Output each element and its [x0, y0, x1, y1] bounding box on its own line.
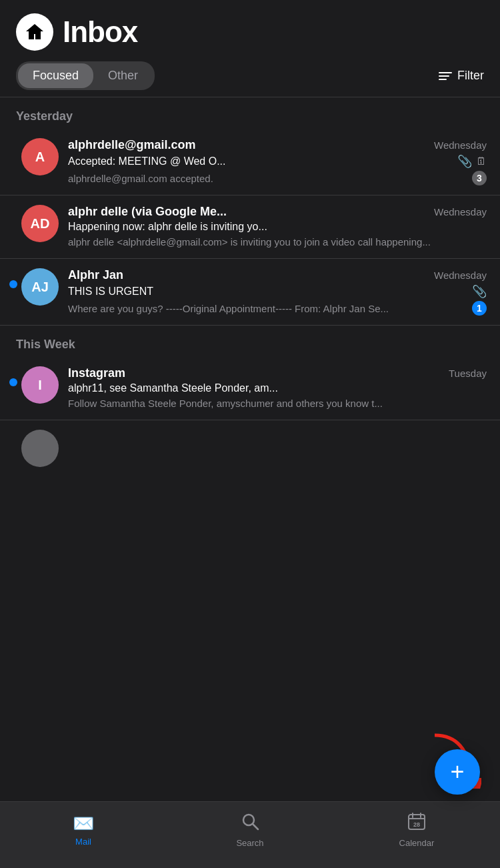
- attachment-icon: 📎: [472, 284, 487, 299]
- email-date: Wednesday: [434, 206, 487, 218]
- calendar-nav-icon: 28: [407, 812, 426, 835]
- table-row[interactable]: AD alphr delle (via Google Me... Wednesd…: [0, 195, 500, 259]
- bottom-navigation: ✉️ Mail Search 28 Calendar: [0, 801, 500, 868]
- section-yesterday: Yesterday: [0, 97, 500, 129]
- email-badge: 3: [472, 171, 487, 185]
- email-preview: Follow Samantha Steele Ponder, amyschume…: [68, 396, 487, 410]
- header: Inbox Focused Other Filter: [0, 0, 500, 97]
- email-sender: Alphr Jan: [68, 268, 123, 282]
- mail-icon: ✉️: [73, 813, 94, 834]
- email-content: Instagram Tuesday alphr11, see Samantha …: [68, 366, 487, 410]
- email-subject: Accepted: MEETING @ Wed O...: [68, 155, 225, 167]
- email-icons: 📎 🗓: [457, 154, 487, 169]
- section-this-week: This Week: [0, 326, 500, 357]
- email-subject: Happening now: alphr delle is inviting y…: [68, 221, 267, 233]
- nav-mail-label: Mail: [75, 837, 91, 847]
- avatar: A: [21, 138, 59, 175]
- table-row[interactable]: [0, 420, 500, 474]
- filter-icon: [439, 72, 452, 80]
- nav-mail[interactable]: ✉️ Mail: [0, 813, 167, 847]
- attachment-icon: 📎: [457, 154, 472, 169]
- compose-button[interactable]: +: [435, 749, 480, 795]
- email-sender: Instagram: [68, 366, 125, 380]
- svg-text:28: 28: [413, 821, 420, 828]
- avatar: AD: [21, 205, 59, 242]
- email-list: Yesterday A alphrdelle@gmail.com Wednesd…: [0, 97, 500, 554]
- email-preview: alphr delle <alphrdelle@gmail.com> is in…: [68, 235, 487, 249]
- email-preview: alphrdelle@gmail.com accepted.: [68, 171, 213, 185]
- nav-search-label: Search: [236, 838, 263, 848]
- table-row[interactable]: AJ Alphr Jan Wednesday THIS IS URGENT 📎 …: [0, 259, 500, 326]
- home-icon: [16, 13, 53, 51]
- email-content: Alphr Jan Wednesday THIS IS URGENT 📎 Whe…: [68, 268, 487, 316]
- unread-indicator: [9, 280, 17, 288]
- plus-icon: +: [450, 760, 464, 784]
- email-sender: alphrdelle@gmail.com: [68, 138, 196, 152]
- email-content: alphrdelle@gmail.com Wednesday Accepted:…: [68, 138, 487, 185]
- avatar: AJ: [21, 268, 59, 306]
- tab-group: Focused Other: [16, 61, 155, 90]
- nav-calendar[interactable]: 28 Calendar: [333, 812, 500, 848]
- svg-line-2: [253, 824, 258, 829]
- table-row[interactable]: I Instagram Tuesday alphr11, see Samanth…: [0, 357, 500, 420]
- filter-button[interactable]: Filter: [439, 69, 484, 83]
- email-preview: Where are you guys? -----Original Appoin…: [68, 302, 389, 316]
- search-icon: [241, 812, 259, 835]
- avatar: I: [21, 366, 59, 404]
- calendar-icon: 🗓: [476, 155, 487, 167]
- email-subject: alphr11, see Samantha Steele Ponder, am.…: [68, 382, 278, 394]
- nav-search[interactable]: Search: [167, 812, 333, 848]
- email-content: alphr delle (via Google Me... Wednesday …: [68, 205, 487, 249]
- tab-focused[interactable]: Focused: [18, 63, 93, 88]
- unread-indicator: [9, 378, 17, 386]
- email-date: Tuesday: [449, 368, 487, 379]
- email-date: Wednesday: [434, 270, 487, 281]
- email-sender: alphr delle (via Google Me...: [68, 205, 227, 219]
- email-badge: 1: [472, 301, 487, 316]
- page-title: Inbox: [63, 15, 137, 49]
- tab-other[interactable]: Other: [93, 63, 153, 88]
- avatar: [21, 430, 59, 467]
- email-subject: THIS IS URGENT: [68, 286, 153, 298]
- email-date: Wednesday: [434, 139, 487, 151]
- table-row[interactable]: A alphrdelle@gmail.com Wednesday Accepte…: [0, 129, 500, 195]
- nav-calendar-label: Calendar: [399, 838, 435, 848]
